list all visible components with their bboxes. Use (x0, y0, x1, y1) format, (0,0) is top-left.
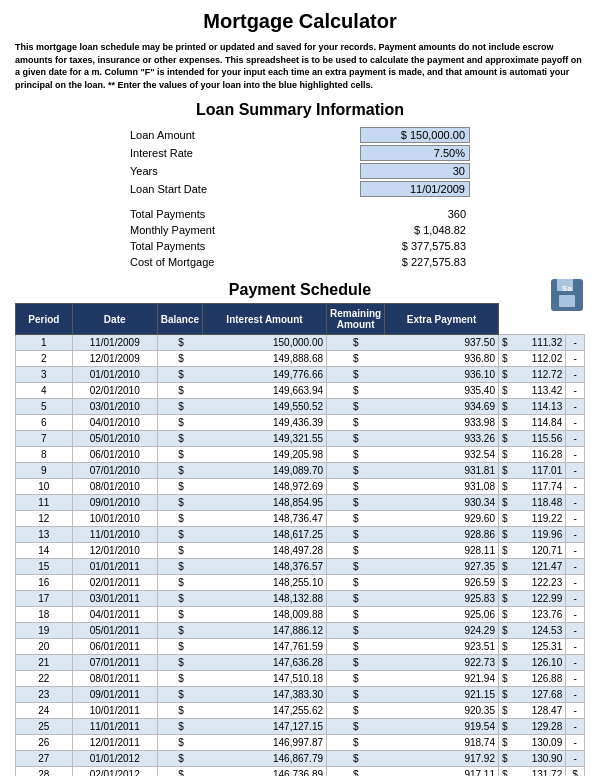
cell-extra[interactable]: - (566, 671, 585, 687)
cell-interest: 931.08 (385, 479, 499, 495)
table-row: 1501/01/2011$148,376.57$927.35$121.47- (16, 559, 585, 575)
cell-extra[interactable]: - (566, 351, 585, 367)
cell-balance-sign: $ (157, 591, 202, 607)
cell-balance: 148,854.95 (203, 495, 327, 511)
cell-extra[interactable]: - (566, 511, 585, 527)
cell-date: 01/01/2012 (72, 751, 157, 767)
col-balance: Balance (157, 304, 202, 335)
cell-remaining-sign: $ (498, 399, 510, 415)
cell-period: 10 (16, 479, 73, 495)
cell-period: 8 (16, 447, 73, 463)
cell-period: 28 (16, 767, 73, 776)
table-row: 503/01/2010$149,550.52$934.69$114.13- (16, 399, 585, 415)
cost-mortgage-value: $ 227,575.83 (360, 255, 470, 269)
table-row: 1008/01/2010$148,972.69$931.08$117.74- (16, 479, 585, 495)
cell-extra[interactable]: - (566, 399, 585, 415)
total-payments2-value: $ 377,575.83 (360, 239, 470, 253)
cell-balance-sign: $ (157, 767, 202, 776)
cell-interest-sign: $ (327, 463, 385, 479)
cell-interest: 922.73 (385, 655, 499, 671)
cell-remaining-sign: $ (498, 351, 510, 367)
cell-remaining: 115.56 (511, 431, 566, 447)
cell-remaining: 122.23 (511, 575, 566, 591)
cell-interest-sign: $ (327, 431, 385, 447)
cell-extra[interactable]: $ (566, 767, 585, 776)
table-header-row: Period Date Balance Interest Amount Rema… (16, 304, 585, 335)
cell-interest: 928.86 (385, 527, 499, 543)
cell-date: 07/01/2011 (72, 655, 157, 671)
cell-extra[interactable]: - (566, 559, 585, 575)
cell-extra[interactable]: - (566, 607, 585, 623)
cell-extra[interactable]: - (566, 543, 585, 559)
cell-extra[interactable]: - (566, 639, 585, 655)
cell-balance: 148,009.88 (203, 607, 327, 623)
cell-balance-sign: $ (157, 383, 202, 399)
cell-interest-sign: $ (327, 511, 385, 527)
cell-remaining: 119.22 (511, 511, 566, 527)
cell-date: 03/01/2010 (72, 399, 157, 415)
cell-date: 05/01/2010 (72, 431, 157, 447)
interest-rate-value[interactable]: 7.50% (360, 145, 470, 161)
loan-amount-row: Loan Amount $ 150,000.00 (130, 127, 470, 143)
loan-amount-value[interactable]: $ 150,000.00 (360, 127, 470, 143)
save-icon[interactable]: Sa (549, 277, 585, 313)
cell-extra[interactable]: - (566, 655, 585, 671)
years-value[interactable]: 30 (360, 163, 470, 179)
cell-interest-sign: $ (327, 623, 385, 639)
cell-extra[interactable]: - (566, 751, 585, 767)
payment-schedule-section: Payment Schedule Sa (15, 281, 585, 299)
table-row: 2309/01/2011$147,383.30$921.15$127.68- (16, 687, 585, 703)
cell-interest: 917.11 (385, 767, 499, 776)
cell-remaining: 123.76 (511, 607, 566, 623)
cell-interest-sign: $ (327, 687, 385, 703)
cell-extra[interactable]: - (566, 575, 585, 591)
loan-start-value[interactable]: 11/01/2009 (360, 181, 470, 197)
cell-extra[interactable]: - (566, 335, 585, 351)
cell-remaining-sign: $ (498, 591, 510, 607)
cell-period: 23 (16, 687, 73, 703)
cell-period: 15 (16, 559, 73, 575)
cell-remaining-sign: $ (498, 543, 510, 559)
cell-extra[interactable]: - (566, 735, 585, 751)
cell-period: 17 (16, 591, 73, 607)
cell-extra[interactable]: - (566, 431, 585, 447)
cell-extra[interactable]: - (566, 719, 585, 735)
cell-balance: 150,000.00 (203, 335, 327, 351)
total-payments-value: 360 (360, 207, 470, 221)
cell-extra[interactable]: - (566, 463, 585, 479)
cell-extra[interactable]: - (566, 479, 585, 495)
cell-extra[interactable]: - (566, 383, 585, 399)
cell-remaining-sign: $ (498, 735, 510, 751)
cell-date: 10/01/2011 (72, 703, 157, 719)
cell-interest: 936.10 (385, 367, 499, 383)
cell-balance-sign: $ (157, 623, 202, 639)
cell-interest-sign: $ (327, 335, 385, 351)
cell-remaining-sign: $ (498, 575, 510, 591)
cell-extra[interactable]: - (566, 447, 585, 463)
cell-extra[interactable]: - (566, 687, 585, 703)
table-row: 604/01/2010$149,436.39$933.98$114.84- (16, 415, 585, 431)
cell-extra[interactable]: - (566, 495, 585, 511)
cell-interest: 930.34 (385, 495, 499, 511)
cell-remaining: 119.96 (511, 527, 566, 543)
interest-rate-row: Interest Rate 7.50% (130, 145, 470, 161)
cell-interest: 931.81 (385, 463, 499, 479)
cell-extra[interactable]: - (566, 591, 585, 607)
cell-date: 12/01/2009 (72, 351, 157, 367)
cell-extra[interactable]: - (566, 527, 585, 543)
cell-balance: 147,255.62 (203, 703, 327, 719)
cell-balance: 149,776.66 (203, 367, 327, 383)
cell-remaining-sign: $ (498, 367, 510, 383)
cell-date: 04/01/2010 (72, 415, 157, 431)
col-interest: Interest Amount (203, 304, 327, 335)
cell-remaining-sign: $ (498, 719, 510, 735)
cell-extra[interactable]: - (566, 623, 585, 639)
cell-extra[interactable]: - (566, 415, 585, 431)
cell-extra[interactable]: - (566, 367, 585, 383)
table-row: 2006/01/2011$147,761.59$923.51$125.31- (16, 639, 585, 655)
cell-interest: 937.50 (385, 335, 499, 351)
table-row: 2107/01/2011$147,636.28$922.73$126.10- (16, 655, 585, 671)
cell-extra[interactable]: - (566, 703, 585, 719)
cell-interest-sign: $ (327, 767, 385, 776)
cell-interest: 919.54 (385, 719, 499, 735)
